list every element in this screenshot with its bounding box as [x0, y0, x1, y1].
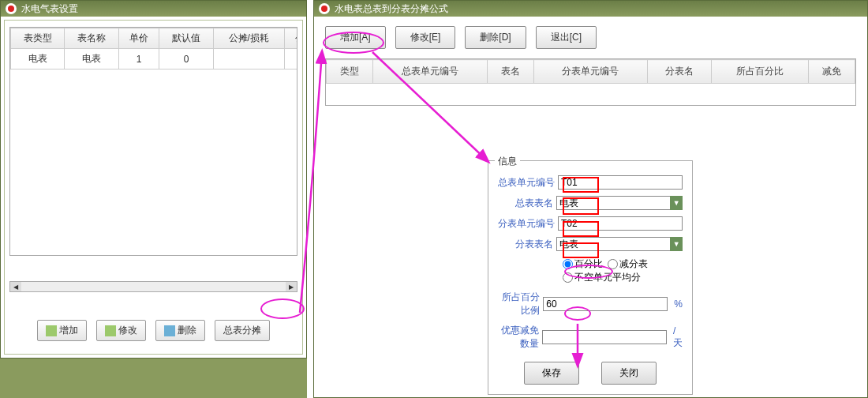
hcol-sub-name: 分表名 — [648, 60, 711, 84]
hcol-name: 表名 — [487, 60, 533, 84]
hcol-type: 类型 — [327, 60, 373, 84]
hcol-pct: 所占百分比 — [711, 60, 808, 84]
sub-unit-input[interactable] — [558, 216, 683, 231]
col-type: 表类型 — [11, 28, 65, 49]
title-left: 水电气表设置 — [21, 2, 78, 16]
lbl-main-unit: 总表单元编号 — [498, 176, 555, 190]
save-button[interactable]: 保存 — [524, 362, 579, 385]
lbl-sub-name: 分表表名 — [498, 238, 553, 251]
meter-settings-window: 水电气表设置 表类型 表名称 单价 默认值 公摊/损耗 公摊 电表 电表 1 0 — [0, 0, 307, 359]
toolbar-add-button[interactable]: 增加[A] — [325, 26, 386, 49]
close-button[interactable]: 关闭 — [601, 362, 657, 385]
app-icon — [319, 3, 330, 14]
toolbar-delete-button[interactable]: 删除[D] — [465, 26, 526, 49]
free-input[interactable] — [542, 330, 667, 344]
titlebar-left: 水电气表设置 — [1, 1, 306, 17]
plus-icon — [46, 325, 57, 336]
lbl-sub-unit: 分表单元编号 — [498, 217, 555, 231]
toolbar-quit-button[interactable]: 退出[C] — [536, 26, 597, 49]
unit-per-day: /天 — [673, 325, 683, 350]
titlebar-right: 水电表总表到分表分摊公式 — [314, 1, 867, 17]
radio-subtract[interactable]: 减分表 — [608, 257, 648, 271]
col-price: 单价 — [118, 28, 159, 49]
percent-input[interactable] — [543, 297, 668, 311]
info-legend: 信息 — [495, 155, 520, 168]
scroll-left-icon[interactable]: ◀ — [10, 282, 21, 291]
pencil-icon — [105, 325, 116, 336]
main-unit-input[interactable] — [558, 175, 683, 190]
hcol-sub-unit: 分表单元编号 — [533, 60, 648, 84]
lbl-free: 优惠减免数量 — [498, 324, 539, 351]
radio-percent[interactable]: 百分比 — [563, 257, 603, 271]
meter-grid[interactable]: 表类型 表名称 单价 默认值 公摊/损耗 公摊 电表 电表 1 0 — [9, 27, 297, 256]
unit-percent: % — [674, 298, 683, 310]
sub-name-select[interactable] — [556, 237, 681, 251]
delete-button[interactable]: 删除 — [155, 320, 205, 341]
lbl-pct: 所占百分比例 — [498, 291, 540, 317]
scroll-right-icon[interactable]: ▶ — [286, 282, 297, 291]
title-right: 水电表总表到分表分摊公式 — [335, 2, 448, 16]
main-name-select[interactable] — [556, 196, 681, 210]
col-extra: 公摊 — [284, 28, 297, 49]
hcol-main-unit: 总表单元编号 — [372, 60, 487, 84]
toolbar: 增加[A] 修改[E] 删除[D] 退出[C] — [325, 26, 856, 49]
col-default: 默认值 — [159, 28, 213, 49]
info-form: 信息 总表单元编号 总表表名 ▼ 分表单元编号 分表表名 ▼ 百分比 减分表 不… — [488, 160, 693, 395]
edit-button[interactable]: 修改 — [96, 320, 146, 341]
h-scrollbar[interactable]: ◀ ▶ — [9, 281, 297, 292]
hcol-free: 减免 — [809, 60, 855, 84]
trash-icon — [164, 325, 175, 336]
toolbar-edit-button[interactable]: 修改[E] — [395, 26, 456, 49]
radio-average[interactable]: 不空单元平均分 — [563, 271, 641, 284]
allocation-grid[interactable]: 类型 总表单元编号 表名 分表单元编号 分表名 所占百分比 减免 — [325, 58, 856, 106]
col-share: 公摊/损耗 — [213, 28, 284, 49]
olive-frame — [0, 359, 307, 398]
col-name: 表名称 — [65, 28, 118, 49]
add-button[interactable]: 增加 — [37, 320, 87, 341]
table-row[interactable]: 电表 电表 1 0 — [11, 49, 298, 69]
app-icon — [6, 3, 17, 14]
lbl-main-name: 总表表名 — [498, 197, 553, 210]
allocate-button[interactable]: 总表分摊 — [215, 320, 270, 341]
